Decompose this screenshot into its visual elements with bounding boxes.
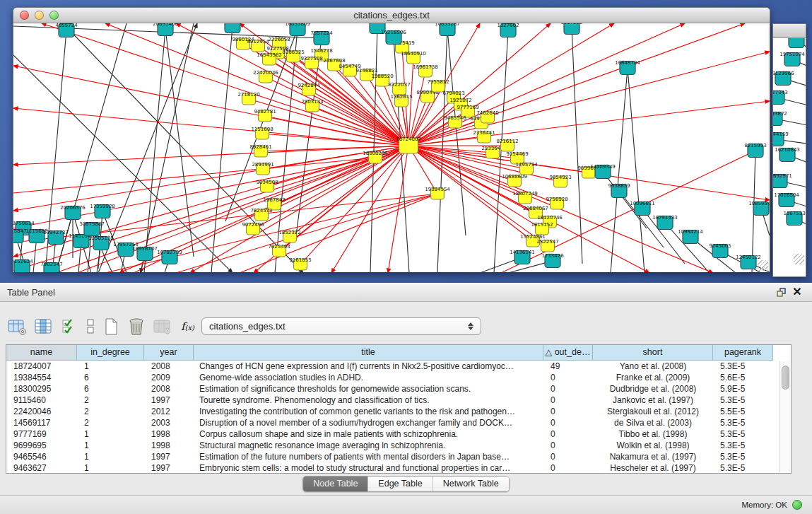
table-cell[interactable]: 18724007	[6, 361, 77, 372]
table-settings-icon[interactable]	[7, 316, 28, 337]
table-cell[interactable]: 1	[77, 440, 144, 451]
column-header-in_degree[interactable]: in_degree	[77, 345, 144, 361]
table-cell[interactable]: 2008	[144, 361, 194, 372]
table-cell[interactable]: de Silva et al. (2003)	[593, 417, 713, 428]
function-icon[interactable]: f(x)	[181, 316, 194, 337]
table-cell[interactable]: 0	[543, 440, 593, 451]
table-cell[interactable]: Estimation of the future numbers of pati…	[194, 451, 543, 462]
table-cell[interactable]: Changes of HCN gene expression and I(f) …	[194, 361, 543, 372]
table-cell[interactable]: 5.3E-5	[713, 361, 773, 372]
graph-edge-selected[interactable]	[13, 158, 375, 193]
table-cell[interactable]: 9465546	[6, 451, 77, 462]
table-cell[interactable]: 1	[77, 451, 144, 462]
table-row[interactable]: 1938455462009Genome-wide association stu…	[6, 372, 791, 383]
import-table-icon[interactable]	[153, 316, 172, 337]
tab-network-table[interactable]: Network Table	[433, 477, 509, 491]
graph-edge[interactable]	[447, 29, 466, 235]
graph-edge-selected[interactable]	[269, 59, 408, 146]
table-cell[interactable]: Stergiakouli et al. (2012)	[593, 406, 713, 417]
table-cell[interactable]: 0	[543, 417, 593, 428]
table-cell[interactable]: 2	[77, 406, 144, 417]
table-row[interactable]: 1872400712008Changes of HCN gene express…	[6, 361, 791, 372]
graph-edge-selected[interactable]	[249, 99, 408, 146]
table-row[interactable]: 946554611997Estimation of the future num…	[6, 451, 791, 462]
table-cell[interactable]: 19384554	[6, 372, 77, 383]
table-cell[interactable]: 5.3E-5	[713, 462, 773, 474]
table-row[interactable]: 911546021997Tourette syndrome. Phenomeno…	[6, 395, 791, 406]
table-cell[interactable]: Genome-wide association studies in ADHD.	[194, 372, 543, 383]
table-row[interactable]: 946362711997Embryonic stem cells: a mode…	[6, 462, 791, 474]
resize-grip-icon[interactable]	[758, 260, 768, 271]
graph-edge[interactable]	[370, 27, 377, 272]
table-cell[interactable]: 49	[543, 361, 593, 372]
table-row[interactable]: 969969511998Structural magnetic resonanc…	[6, 440, 791, 451]
table-cell[interactable]: Embryonic stem cells: a model to study s…	[194, 462, 543, 474]
table-cell[interactable]: 6	[77, 372, 144, 383]
table-cell[interactable]: 18300295	[6, 383, 77, 395]
table-cell[interactable]: 2003	[144, 417, 194, 428]
background-window-titlebar[interactable]	[773, 24, 806, 38]
graph-edge[interactable]	[141, 23, 194, 272]
table-cell[interactable]: 5.6E-5	[713, 372, 773, 383]
table-cell[interactable]: 5.5E-5	[713, 406, 773, 417]
table-cell[interactable]: 5.3E-5	[713, 395, 773, 406]
table-cell[interactable]: Dudbridge et al. (2008)	[593, 383, 713, 395]
table-cell[interactable]: 0	[543, 372, 593, 383]
table-cell[interactable]: 6	[77, 383, 144, 395]
network-window-titlebar[interactable]: citations_edges.txt	[13, 8, 770, 23]
table-cell[interactable]: 5.3E-5	[713, 440, 773, 451]
graph-edge-selected[interactable]	[190, 146, 408, 272]
row-height-icon[interactable]	[85, 316, 96, 337]
graph-edge[interactable]	[144, 29, 165, 272]
select-rows-icon[interactable]	[61, 316, 78, 337]
table-cell[interactable]: 5.9E-5	[713, 383, 773, 395]
graph-edge[interactable]	[611, 68, 628, 272]
background-network-window[interactable]: 1112753157510749129966922734312093872124…	[772, 23, 806, 277]
table-cell[interactable]: Tourette syndrome. Phenomenology and cla…	[194, 395, 543, 406]
table-cell[interactable]: 1997	[144, 451, 194, 462]
table-cell[interactable]: 0	[543, 406, 593, 417]
table-cell[interactable]: 2012	[144, 406, 194, 417]
table-cell[interactable]: Wolkin et al. (1998)	[593, 440, 713, 451]
float-panel-icon[interactable]	[774, 286, 789, 298]
table-cell[interactable]: 1998	[144, 440, 194, 451]
table-cell[interactable]: 1	[77, 462, 144, 474]
table-cell[interactable]: Disruption of a novel member of a sodium…	[194, 417, 543, 428]
graph-edge-selected[interactable]	[13, 108, 408, 146]
graph-edge-selected[interactable]	[290, 146, 408, 237]
column-header-pagerank[interactable]: pagerank	[713, 345, 773, 361]
graph-edge-selected[interactable]	[13, 66, 408, 146]
table-cell[interactable]: 2	[77, 395, 144, 406]
table-cell[interactable]: Franke et al. (2009)	[593, 372, 713, 383]
scrollbar-thumb[interactable]	[782, 366, 789, 390]
table-cell[interactable]: 9699695	[6, 440, 77, 451]
graph-node[interactable]	[225, 23, 240, 33]
table-row[interactable]: 977716911998Corpus callosum shape and si…	[6, 428, 791, 440]
table-row[interactable]: 2242004622012Investigating the contribut…	[6, 406, 791, 417]
background-network-graph[interactable]: 1112753157510749129966922734312093872124…	[773, 38, 806, 266]
table-cell[interactable]: 5.3E-5	[713, 428, 773, 440]
table-row[interactable]: 1830029562008Estimation of significance …	[6, 383, 791, 395]
table-select-dropdown[interactable]: citations_edges.txt	[201, 317, 481, 335]
delete-table-icon[interactable]	[127, 316, 146, 337]
table-cell[interactable]: 0	[543, 462, 593, 474]
table-cell[interactable]: 9777169	[6, 428, 77, 440]
table-cell[interactable]: 1997	[144, 395, 194, 406]
graph-edge[interactable]	[572, 28, 582, 264]
close-panel-icon[interactable]: ✕	[789, 286, 805, 298]
memory-status-icon[interactable]	[792, 500, 802, 510]
tab-node-table[interactable]: Node Table	[303, 477, 367, 491]
table-cell[interactable]: 5.3E-5	[713, 451, 773, 462]
table-cell[interactable]: 0	[543, 383, 593, 395]
table-cell[interactable]: 0	[543, 428, 593, 440]
table-cell[interactable]: Tibbo et al. (1998)	[593, 428, 713, 440]
graph-node[interactable]	[789, 38, 804, 48]
table-cell[interactable]: Nakamura et al. (1997)	[593, 451, 713, 462]
table-cell[interactable]: Hescheler et al. (1997)	[593, 462, 713, 474]
table-cell[interactable]: Investigating the contribution of common…	[194, 406, 543, 417]
network-canvas[interactable]: 1872400798601248912954222605891275088186…	[13, 23, 770, 272]
table-cell[interactable]: Corpus callosum shape and size in male p…	[194, 428, 543, 440]
table-cell[interactable]: Estimation of significance thresholds fo…	[194, 383, 543, 395]
table-cell[interactable]: 1997	[144, 462, 194, 474]
column-header-short[interactable]: short	[593, 345, 713, 361]
